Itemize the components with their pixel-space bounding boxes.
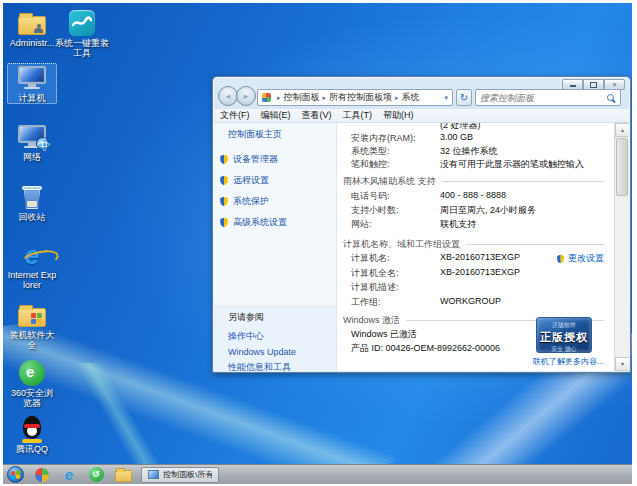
computer-row-workgroup: 工作组: WORKGROUP <box>337 296 614 308</box>
breadcrumb-system[interactable]: 系统 <box>402 91 420 104</box>
taskbar-pinwheel-app-icon[interactable] <box>33 466 51 484</box>
spec-value: 没有可用于此显示器的笔或触控输入 <box>440 158 584 171</box>
search-input[interactable] <box>476 93 607 103</box>
address-dropdown-icon[interactable]: ▾ <box>442 94 450 102</box>
genuine-badge[interactable]: 正版软件 正版授权 安全 放心 <box>536 317 592 353</box>
windows-logo-icon <box>11 470 20 478</box>
spec-value: 32 位操作系统 <box>440 145 498 158</box>
back-button[interactable]: ◂ <box>218 86 238 106</box>
icon-label: 腾讯QQ <box>7 444 57 454</box>
close-icon: × <box>612 81 616 88</box>
scrollbar-thumb[interactable] <box>616 138 628 196</box>
desktop: Administr... 系统一键重装工具 计算机 网络 回收站 e Inter… <box>3 3 632 484</box>
icon-label: Internet Explorer <box>7 270 57 290</box>
scroll-up-icon[interactable]: ▴ <box>615 123 629 137</box>
title-bar[interactable]: × <box>213 77 630 89</box>
spec-value: WORKGROUP <box>440 296 501 306</box>
desktop-icon-internet-explorer[interactable]: e Internet Explorer <box>7 241 57 290</box>
forward-button[interactable]: ▸ <box>236 86 256 106</box>
icon-label: 计算机 <box>8 93 56 103</box>
minimize-icon <box>570 85 576 87</box>
crumb-separator-icon: ▸ <box>277 94 281 102</box>
support-row-website: 网站: 联机支持 <box>337 218 614 230</box>
computer-icon <box>17 64 47 92</box>
menu-edit[interactable]: 编辑(E) <box>261 109 291 122</box>
user-folder-icon <box>17 9 47 37</box>
online-support-link[interactable]: 联机支持 <box>440 218 476 231</box>
control-panel-icon <box>262 93 271 102</box>
product-id: 产品 ID: 00426-OEM-8992662-00006 <box>351 342 500 355</box>
taskbar-internet-explorer[interactable]: e <box>60 466 78 484</box>
refresh-icon: ↻ <box>460 92 468 103</box>
sidebar-advanced-system-settings[interactable]: 高级系统设置 <box>219 216 336 229</box>
menu-file[interactable]: 文件(F) <box>220 109 250 122</box>
search-box[interactable] <box>475 89 621 106</box>
icon-label: 回收站 <box>7 212 57 222</box>
desktop-icon-network[interactable]: 网络 <box>7 123 57 162</box>
badge-title: 正版授权 <box>537 330 591 345</box>
back-icon: ◂ <box>226 91 231 101</box>
sidebar-system-protection[interactable]: 系统保护 <box>219 195 336 208</box>
learn-more-online-link[interactable]: 联机了解更多内容... <box>533 356 604 367</box>
spec-row-ram: 安装内存(RAM): 3.00 GB <box>337 132 614 144</box>
taskbar-active-window-button[interactable]: 控制面板\所有控制... <box>141 467 219 483</box>
spec-value: 周日至周六, 24小时服务 <box>440 204 536 217</box>
start-button[interactable] <box>7 466 24 483</box>
menu-help[interactable]: 帮助(H) <box>383 109 414 122</box>
address-bar[interactable]: ▸ 控制面板 ▸ 所有控制面板项 ▸ 系统 ▾ <box>257 89 453 106</box>
sidebar-windows-update[interactable]: Windows Update <box>228 347 336 357</box>
crumb-separator-icon: ▸ <box>395 94 399 102</box>
breadcrumb-all-items[interactable]: 所有控制面板项 <box>329 91 392 104</box>
desktop-icon-system-reinstall-tool[interactable]: 系统一键重装工具 <box>55 9 109 58</box>
change-settings[interactable]: 更改设置 <box>556 252 604 265</box>
spec-row-pen-touch: 笔和触控: 没有可用于此显示器的笔或触控输入 <box>337 158 614 170</box>
crumb-separator-icon: ▸ <box>323 94 327 102</box>
pinwheel-icon <box>35 468 49 482</box>
sidebar-performance-tools[interactable]: 性能信息和工具 <box>228 361 336 371</box>
desktop-icon-administrator[interactable]: Administr... <box>7 9 57 48</box>
badge-small-text: 安全 放心 <box>537 345 591 354</box>
uac-shield-icon <box>556 254 565 264</box>
menu-view[interactable]: 查看(V) <box>302 109 332 122</box>
menu-bar: 文件(F) 编辑(E) 查看(V) 工具(T) 帮助(H) <box>214 109 629 123</box>
support-row-phone: 电话号码: 400 - 888 - 8888 <box>337 190 614 202</box>
spec-value: XB-20160713EXGP <box>440 252 520 262</box>
computer-row-fullname: 计算机全名: XB-20160713EXGP <box>337 267 614 279</box>
breadcrumb-control-panel[interactable]: 控制面板 <box>284 91 320 104</box>
sidebar-control-panel-home[interactable]: 控制面板主页 <box>228 128 336 141</box>
change-settings-link[interactable]: 更改设置 <box>568 252 604 265</box>
refresh-button[interactable]: ↻ <box>456 89 472 106</box>
system-info-content: (2 处理器) 安装内存(RAM): 3.00 GB 系统类型: 32 位操作系… <box>337 123 614 371</box>
scroll-down-icon[interactable]: ▾ <box>615 357 629 371</box>
see-also-header: 另请参阅 <box>228 311 336 324</box>
spec-value: 3.00 GB <box>440 132 473 142</box>
desktop-icon-tencent-qq[interactable]: 腾讯QQ <box>7 415 57 454</box>
maximize-icon <box>590 82 597 88</box>
icon-label: 网络 <box>7 152 57 162</box>
internet-explorer-icon: e <box>65 466 73 483</box>
network-icon <box>17 123 47 151</box>
sidebar-device-manager[interactable]: 设备管理器 <box>219 153 336 166</box>
sidebar-action-center[interactable]: 操作中心 <box>228 330 336 343</box>
see-also-panel: 另请参阅 操作中心 Windows Update 性能信息和工具 <box>214 306 336 371</box>
desktop-icon-recycle-bin[interactable]: 回收站 <box>7 183 57 222</box>
uac-shield-icon <box>219 217 229 228</box>
desktop-icon-360-browser[interactable]: 360安全浏览器 <box>7 359 57 408</box>
sidebar-remote-settings[interactable]: 远程设置 <box>219 174 336 187</box>
window-body: 控制面板主页 设备管理器 远程设置 系统保护 高级系统设置 <box>214 123 629 371</box>
uac-shield-icon <box>219 175 229 186</box>
uac-shield-icon <box>219 196 229 207</box>
menu-tools[interactable]: 工具(T) <box>343 109 373 122</box>
activation-status: Windows 已激活 <box>351 328 417 341</box>
reinstall-tool-icon <box>67 9 97 37</box>
desktop-icon-software-collection[interactable]: 装机软件大全 <box>7 301 57 350</box>
system-window: × ◂ ▸ ▸ 控制面板 ▸ 所有控制面板项 ▸ 系统 ▾ ↻ 文件(F) <box>212 76 631 373</box>
taskbar: e ↺ 控制面板\所有控制... <box>3 464 632 484</box>
screen-frame: Administr... 系统一键重装工具 计算机 网络 回收站 e Inter… <box>0 0 637 486</box>
taskbar-green-app[interactable]: ↺ <box>87 466 105 484</box>
taskbar-explorer[interactable] <box>114 466 132 484</box>
vertical-scrollbar[interactable]: ▴ ▾ <box>614 123 629 371</box>
desktop-icon-computer[interactable]: 计算机 <box>7 63 57 104</box>
window-icon <box>148 470 159 479</box>
spec-value: XB-20160713EXGP <box>440 267 520 277</box>
